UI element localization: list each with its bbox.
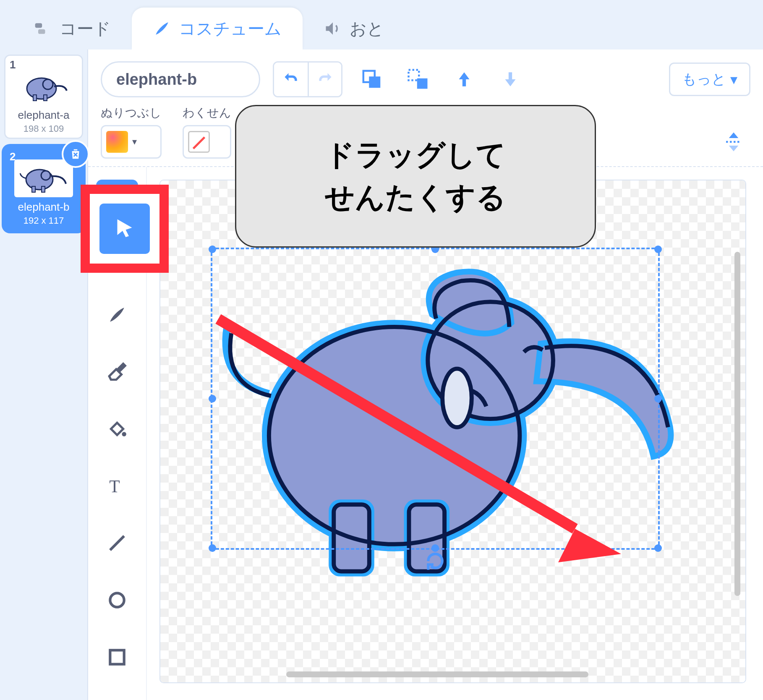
- text-tool[interactable]: T: [96, 465, 138, 507]
- redo-icon: [316, 70, 334, 89]
- svg-point-19: [110, 593, 124, 607]
- fill-swatch-icon: [106, 131, 128, 153]
- fill-color-picker[interactable]: ▾: [101, 125, 162, 159]
- svg-point-16: [122, 432, 126, 436]
- costume-item-1[interactable]: 1 elephant-a 198 x 109: [4, 55, 83, 139]
- brush-icon: [153, 19, 171, 38]
- tab-sounds[interactable]: おと: [303, 8, 405, 50]
- annotation-callout: ドラッグして せんたくする: [235, 105, 596, 248]
- costume-name-input[interactable]: [101, 61, 260, 97]
- fill-label: ぬりつぶし: [101, 105, 162, 121]
- paintbrush-icon: [107, 304, 128, 325]
- svg-rect-11: [369, 76, 380, 88]
- redo-button[interactable]: [308, 63, 341, 96]
- editor-tabs: コード コスチューム おと: [0, 0, 763, 50]
- flip-vertical-icon: [722, 131, 745, 153]
- more-label: もっと: [682, 70, 726, 89]
- trash-icon: [68, 147, 83, 161]
- svg-rect-9: [42, 186, 45, 192]
- eraser-icon: [107, 361, 128, 382]
- svg-rect-4: [33, 95, 37, 101]
- circle-icon: [107, 590, 128, 611]
- undo-redo-group: [273, 61, 342, 97]
- rect-tool[interactable]: [96, 636, 138, 678]
- canvas-content: [160, 180, 745, 682]
- group-icon: [361, 68, 383, 91]
- editor-toolbar-top: もっと ▾: [88, 50, 763, 105]
- bucket-icon: [107, 418, 128, 439]
- tab-code-label: コード: [60, 17, 111, 40]
- selection-handle[interactable]: [209, 246, 216, 253]
- canvas-scrollbar-horizontal[interactable]: [286, 671, 588, 677]
- svg-rect-5: [44, 95, 47, 101]
- costume-thumb-1: [14, 68, 73, 105]
- backward-button[interactable]: [494, 63, 527, 96]
- delete-costume-button[interactable]: [62, 140, 89, 168]
- undo-icon: [282, 70, 300, 89]
- eraser-tool[interactable]: [96, 351, 138, 393]
- brush-tool[interactable]: [96, 294, 138, 336]
- costume-size-2: 192 x 117: [8, 215, 79, 226]
- text-icon: T: [107, 475, 128, 496]
- pointer-icon: [112, 216, 137, 241]
- ungroup-button[interactable]: [401, 63, 435, 96]
- more-button[interactable]: もっと ▾: [669, 63, 750, 96]
- annotation-line1: ドラッグして: [325, 138, 506, 171]
- annotation-line2: せんたくする: [325, 181, 506, 214]
- arrow-down-icon: [500, 69, 521, 90]
- circle-tool[interactable]: [96, 579, 138, 621]
- tab-costumes[interactable]: コスチューム: [132, 8, 303, 50]
- rotate-handle[interactable]: [425, 551, 446, 573]
- tab-costumes-label: コスチューム: [179, 17, 282, 40]
- tab-sounds-label: おと: [350, 17, 384, 40]
- svg-text:T: T: [109, 477, 120, 496]
- svg-rect-8: [32, 186, 35, 192]
- tab-code[interactable]: コード: [13, 8, 132, 50]
- line-tool[interactable]: [96, 522, 138, 564]
- costume-name-1: elephant-a: [8, 109, 79, 122]
- forward-button[interactable]: [447, 63, 481, 96]
- fill-tool[interactable]: [96, 408, 138, 450]
- costume-size-1: 198 x 109: [8, 123, 79, 134]
- costume-list: 1 elephant-a 198 x 109 2: [0, 50, 88, 700]
- sound-icon: [324, 19, 342, 38]
- undo-button[interactable]: [274, 63, 308, 96]
- code-icon: [34, 19, 52, 38]
- selection-handle[interactable]: [209, 544, 216, 552]
- svg-rect-13: [417, 78, 428, 89]
- selection-bounding-box[interactable]: [211, 248, 660, 550]
- svg-point-3: [43, 79, 53, 89]
- outline-swatch-icon: [188, 131, 210, 153]
- paint-canvas[interactable]: [159, 180, 746, 683]
- group-button[interactable]: [355, 63, 389, 96]
- ungroup-icon: [407, 68, 429, 91]
- selection-handle[interactable]: [654, 246, 662, 253]
- fill-group: ぬりつぶし ▾: [101, 105, 162, 159]
- chevron-down-icon: ▾: [132, 136, 137, 147]
- outline-group: わくせん: [183, 105, 231, 159]
- annotation-select-icon-box: [99, 204, 150, 254]
- svg-line-18: [110, 536, 124, 550]
- costume-thumb-2: [14, 159, 73, 197]
- selection-handle[interactable]: [654, 544, 662, 552]
- arrow-up-icon: [454, 69, 475, 90]
- svg-point-7: [41, 171, 50, 180]
- line-icon: [107, 533, 128, 554]
- svg-rect-0: [35, 23, 42, 28]
- outline-color-picker[interactable]: [183, 125, 231, 159]
- square-icon: [107, 647, 128, 668]
- annotation-tool-highlight: [81, 185, 169, 273]
- svg-rect-20: [110, 650, 124, 664]
- svg-rect-1: [38, 29, 45, 34]
- costume-name-2: elephant-b: [8, 201, 79, 214]
- selection-handle[interactable]: [654, 395, 662, 402]
- rotate-icon: [425, 551, 446, 572]
- canvas-scrollbar-vertical[interactable]: [734, 252, 740, 596]
- outline-label: わくせん: [183, 105, 231, 121]
- chevron-down-icon: ▾: [730, 71, 737, 88]
- flip-vertical-button[interactable]: [717, 125, 750, 159]
- costume-index: 1: [10, 58, 16, 71]
- costume-index: 2: [10, 150, 16, 163]
- costume-item-2[interactable]: 2 elephant-b 192 x 117: [4, 146, 83, 231]
- selection-handle[interactable]: [209, 395, 216, 402]
